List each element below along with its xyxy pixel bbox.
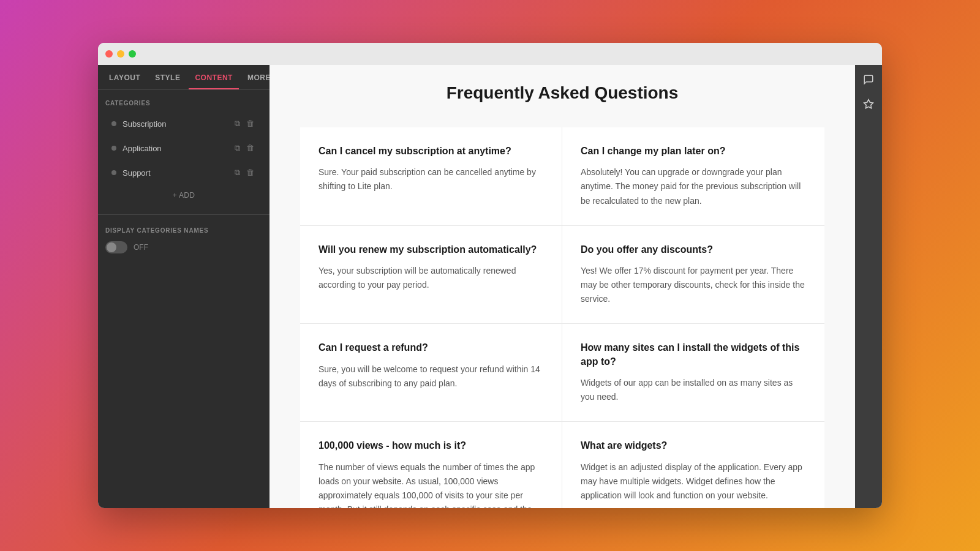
maximize-button[interactable] <box>129 50 136 58</box>
tab-layout[interactable]: LAYOUT <box>103 65 146 89</box>
category-dot-application <box>111 146 116 151</box>
category-dot-subscription <box>111 121 116 126</box>
faq-question-1: Can I change my plan later on? <box>581 144 806 158</box>
display-names-section: DISPLAY CATEGORIES NAMES OFF <box>98 220 270 261</box>
category-dot-support <box>111 170 116 175</box>
faq-question-7: What are widgets? <box>581 439 806 452</box>
faq-question-4: Can I request a refund? <box>318 341 543 354</box>
faq-answer-3: Yes! We offer 17% discount for payment p… <box>581 264 806 306</box>
faq-item-6: 100,000 views - how much is it? The numb… <box>300 422 562 508</box>
category-label-application: Application <box>123 144 233 153</box>
faq-grid: Can I cancel my subscription at anytime?… <box>300 127 824 508</box>
tab-style[interactable]: STYLE <box>149 65 186 89</box>
faq-answer-2: Yes, your subscription will be automatic… <box>318 264 543 292</box>
faq-item-0: Can I cancel my subscription at anytime?… <box>300 127 562 226</box>
faq-question-0: Can I cancel my subscription at anytime? <box>318 144 543 158</box>
toggle-state-label: OFF <box>134 243 148 252</box>
toggle-row: OFF <box>105 241 262 253</box>
paint-icon[interactable] <box>859 94 878 114</box>
browser-body: LAYOUT STYLE CONTENT MORE CATEGORIES Sub… <box>98 65 882 508</box>
faq-item-1: Can I change my plan later on? Absolutel… <box>562 127 824 226</box>
faq-answer-1: Absolutely! You can upgrade or downgrade… <box>581 165 806 208</box>
sidebar: LAYOUT STYLE CONTENT MORE CATEGORIES Sub… <box>98 65 270 508</box>
faq-question-5: How many sites can I install the widgets… <box>581 341 806 369</box>
tab-content[interactable]: CONTENT <box>189 65 239 89</box>
copy-application-button[interactable]: ⧉ <box>233 142 242 154</box>
close-button[interactable] <box>105 50 113 58</box>
category-actions-application: ⧉ 🗑 <box>233 142 256 154</box>
add-category-button[interactable]: + ADD <box>105 186 262 204</box>
category-label-subscription: Subscription <box>123 119 233 129</box>
category-label-support: Support <box>123 168 233 178</box>
faq-item-3: Do you offer any discounts? Yes! We offe… <box>562 226 824 324</box>
category-item-application[interactable]: Application ⧉ 🗑 <box>105 137 262 159</box>
faq-item-4: Can I request a refund? Sure, you will b… <box>300 324 562 422</box>
category-item-support[interactable]: Support ⧉ 🗑 <box>105 162 262 184</box>
sidebar-tabs: LAYOUT STYLE CONTENT MORE <box>98 65 270 90</box>
display-names-label: DISPLAY CATEGORIES NAMES <box>105 227 262 234</box>
delete-subscription-button[interactable]: 🗑 <box>244 118 256 130</box>
faq-question-6: 100,000 views - how much is it? <box>318 439 543 452</box>
main-content: Frequently Asked Questions Can I cancel … <box>270 65 855 508</box>
categories-label: CATEGORIES <box>105 100 262 107</box>
faq-answer-4: Sure, you will be welcome to request you… <box>318 362 543 391</box>
page-title: Frequently Asked Questions <box>300 83 824 103</box>
faq-item-7: What are widgets? Widget is an adjusted … <box>562 422 824 508</box>
delete-support-button[interactable]: 🗑 <box>244 167 256 179</box>
faq-answer-6: The number of views equals the number of… <box>318 460 543 508</box>
display-names-toggle[interactable] <box>105 241 127 253</box>
tab-more[interactable]: MORE <box>241 65 270 89</box>
svg-marker-0 <box>864 100 873 108</box>
faq-answer-7: Widget is an adjusted display of the app… <box>581 460 806 503</box>
faq-answer-5: Widgets of our app can be installed on a… <box>581 376 806 404</box>
browser-window: LAYOUT STYLE CONTENT MORE CATEGORIES Sub… <box>98 43 882 508</box>
category-item-subscription[interactable]: Subscription ⧉ 🗑 <box>105 113 262 135</box>
sidebar-divider <box>98 214 270 215</box>
copy-support-button[interactable]: ⧉ <box>233 167 242 179</box>
faq-item-2: Will you renew my subscription automatic… <box>300 226 562 324</box>
faq-answer-0: Sure. Your paid subscription can be canc… <box>318 165 543 193</box>
minimize-button[interactable] <box>117 50 124 58</box>
delete-application-button[interactable]: 🗑 <box>244 142 256 154</box>
comment-icon[interactable] <box>859 70 878 89</box>
category-actions-subscription: ⧉ 🗑 <box>233 118 256 130</box>
faq-question-2: Will you renew my subscription automatic… <box>318 243 543 257</box>
category-actions-support: ⧉ 🗑 <box>233 167 256 179</box>
faq-item-5: How many sites can I install the widgets… <box>562 324 824 422</box>
categories-section: CATEGORIES Subscription ⧉ 🗑 Application … <box>98 90 270 209</box>
browser-titlebar <box>98 43 882 65</box>
copy-subscription-button[interactable]: ⧉ <box>233 118 242 130</box>
faq-question-3: Do you offer any discounts? <box>581 243 806 257</box>
right-panel <box>855 65 882 508</box>
